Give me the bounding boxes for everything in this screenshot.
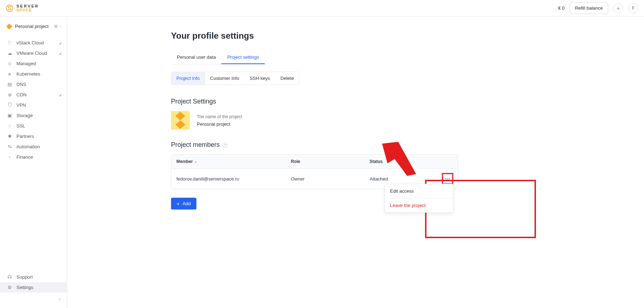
tab-ssh-keys[interactable]: SSH keys	[245, 72, 275, 85]
shield-icon: ⛉	[7, 102, 12, 108]
sort-icon: ▲	[194, 160, 197, 163]
table-header: Member ▲ Role Status	[171, 155, 458, 169]
sidebar-item-partners[interactable]: ✱Partners	[0, 131, 67, 141]
more-icon: ⋯	[445, 176, 450, 182]
logo-text: SERVER SPΛCE	[16, 4, 39, 12]
project-name: Perosnal project	[15, 24, 49, 29]
cloud-icon: ☁	[7, 50, 12, 56]
globe-icon: ⊕	[7, 92, 12, 97]
logo[interactable]: SERVER SPΛCE	[6, 4, 39, 12]
finance-icon: ▫	[7, 154, 12, 160]
chevron-down-icon: ◢	[59, 52, 61, 55]
sidebar-item-automation[interactable]: ⇆Automation	[0, 141, 67, 152]
sidebar-item-kubernetes[interactable]: ⎈Kubernetes	[0, 69, 67, 79]
th-status[interactable]: Status	[365, 155, 458, 168]
nav: ♡vStack Cloud ◢ ☁VMware Cloud ◢ ☺Managed…	[0, 35, 67, 162]
gear-icon: ⚙	[7, 285, 12, 290]
add-button[interactable]: +	[613, 3, 623, 13]
storage-icon: ▣	[7, 113, 12, 118]
support-icon: ☊	[7, 274, 12, 280]
svg-marker-1	[175, 112, 185, 120]
lock-icon: ♢	[7, 123, 12, 129]
th-member[interactable]: Member ▲	[171, 155, 286, 168]
plus-icon: +	[617, 5, 620, 11]
dropdown-leave-project[interactable]: Leave the project	[385, 198, 453, 212]
tabs-primary: Personal user data Project settings	[171, 51, 266, 64]
person-icon: ☺	[7, 61, 12, 66]
annotation-highlight-small: ⋯	[442, 173, 453, 184]
logo-icon	[6, 4, 14, 12]
project-thumbnail	[171, 111, 190, 130]
sidebar-item-ssl[interactable]: ♢SSL	[0, 121, 67, 131]
tab-project-info[interactable]: Project info	[171, 72, 205, 85]
tab-project-settings[interactable]: Project settings	[221, 51, 265, 64]
add-member-button[interactable]: + Add	[171, 198, 196, 210]
cell-member: fedorov.daniil@serverspace.ru	[171, 172, 286, 186]
page-title: Your profile settings	[171, 31, 644, 41]
dns-icon: ▤	[7, 82, 12, 87]
chevron-right-icon[interactable]: ›	[60, 24, 61, 28]
tab-personal-user-data[interactable]: Personal user data	[171, 51, 221, 64]
automation-icon: ⇆	[7, 144, 12, 149]
plus-icon: +	[177, 201, 180, 206]
tabs-secondary: Project info Customer Info SSH keys Dele…	[171, 72, 299, 85]
sidebar-item-cdn[interactable]: ⊕CDN ◢	[0, 90, 67, 100]
chevron-left-icon: ‹	[59, 296, 60, 302]
svg-marker-2	[175, 120, 185, 129]
chevron-down-icon: ◢	[59, 93, 61, 97]
project-name-value: Perosnal project	[197, 121, 242, 127]
project-settings-title: Project Settings	[171, 98, 644, 105]
partners-icon: ✱	[7, 134, 12, 139]
project-card: The name of the project Perosnal project	[171, 111, 644, 130]
sidebar-item-vstack[interactable]: ♡vStack Cloud ◢	[0, 38, 67, 48]
tab-delete[interactable]: Delete	[275, 72, 299, 85]
chevron-down-icon: ◢	[59, 41, 61, 45]
gear-icon[interactable]: ⚙	[54, 24, 58, 29]
collapse-sidebar-button[interactable]: ‹	[0, 293, 67, 305]
project-name-label: The name of the project	[197, 114, 242, 119]
sidebar-item-vmware[interactable]: ☁VMware Cloud ◢	[0, 48, 67, 58]
header-right: € 0 Refill balance + F	[558, 2, 638, 14]
sidebar-item-dns[interactable]: ▤DNS	[0, 79, 67, 90]
main: Your profile settings Personal user data…	[67, 16, 644, 308]
project-selector[interactable]: Perosnal project ⚙ ›	[0, 21, 67, 35]
tab-customer-info[interactable]: Customer Info	[205, 72, 245, 85]
members-table: Member ▲ Role Status fedorov.daniil@serv…	[171, 154, 458, 189]
sidebar-item-support[interactable]: ☊Support	[0, 272, 67, 282]
help-icon[interactable]: ?	[223, 143, 228, 148]
row-actions-dropdown: Edit access Leave the project	[385, 184, 453, 213]
row-actions-button[interactable]: ⋯	[443, 174, 452, 183]
sidebar-item-settings[interactable]: ⚙Settings	[0, 282, 67, 293]
project-thumb-icon	[174, 111, 187, 130]
dropdown-edit-access[interactable]: Edit access	[385, 184, 453, 198]
project-members-title: Project members ?	[171, 141, 644, 149]
balance-amount: € 0	[558, 5, 565, 11]
sidebar-item-vpn[interactable]: ⛉VPN	[0, 100, 67, 110]
cell-role: Owner	[286, 172, 365, 186]
sidebar-item-finance[interactable]: ▫Finance	[0, 152, 67, 162]
sidebar-item-storage[interactable]: ▣Storage	[0, 110, 67, 121]
sidebar-item-managed[interactable]: ☺Managed	[0, 58, 67, 69]
th-role[interactable]: Role	[286, 155, 365, 168]
refill-balance-button[interactable]: Refill balance	[570, 2, 608, 14]
cloud-icon: ♡	[7, 40, 12, 45]
sidebar: Perosnal project ⚙ › ♡vStack Cloud ◢ ☁VM…	[0, 16, 67, 308]
kubernetes-icon: ⎈	[7, 71, 12, 77]
header: SERVER SPΛCE € 0 Refill balance + F	[0, 0, 644, 16]
avatar[interactable]: F	[628, 3, 638, 13]
project-icon	[6, 23, 13, 29]
table-row: fedorov.daniil@serverspace.ru Owner Atta…	[171, 169, 458, 189]
